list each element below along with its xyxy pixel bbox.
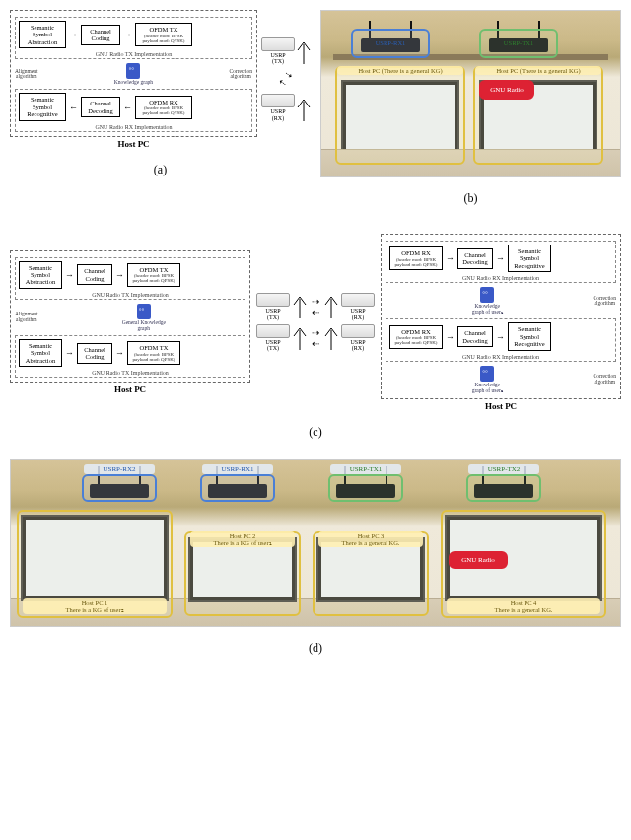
photo-d: USRP-RX2 USRP-RX1 USRP-TX1 USRP-TX2 Host… bbox=[10, 459, 621, 627]
arrow-icon bbox=[495, 253, 506, 263]
channel-coding-block: Channel Coding bbox=[77, 343, 112, 364]
host-pc-label: Host PC bbox=[10, 385, 250, 394]
usrp-device-icon bbox=[261, 37, 295, 51]
arrow-icon bbox=[68, 30, 79, 39]
usrp-rx2-overlay: USRP-RX2 bbox=[82, 474, 157, 502]
rx-impl-label: GNU Radio RX Implementation bbox=[386, 275, 615, 281]
arrow-icon bbox=[64, 348, 75, 358]
usrp-tx-label: USRP (TX) bbox=[265, 308, 280, 320]
arrow-icon bbox=[445, 332, 456, 342]
arrow-icon bbox=[445, 253, 456, 263]
ofdm-rx-block: OFDM RX(header mod: BPSK payload mod: QP… bbox=[389, 325, 443, 349]
channel-coding-block: Channel Coding bbox=[81, 25, 120, 45]
ofdm-tx-block: OFDM TX(header mod: BPSK payload mod: QP… bbox=[127, 263, 180, 287]
usrp-rx-label: USRP (RX) bbox=[350, 308, 365, 320]
rf-link-icon: ⇢⇠ bbox=[312, 327, 319, 349]
ofdm-rx-block: OFDM RX (header mod: BPSK payload mod: Q… bbox=[135, 96, 192, 119]
correction-note: Correction algorithm bbox=[593, 296, 616, 308]
channel-decoding-block: Channel Decoding bbox=[457, 326, 493, 347]
figure-b: USRP-RX1 USRP-TX1 Host PC (There is a ge… bbox=[320, 10, 621, 226]
usrp-tx2-overlay: USRP-TX2 bbox=[466, 474, 541, 502]
usrp-rx1-overlay: USRP-RX1 bbox=[200, 474, 275, 502]
host-pc-right: OFDM RX(header mod: BPSK payload mod: QP… bbox=[381, 234, 621, 399]
channel-decoding-block: Channel Decoding bbox=[457, 248, 493, 269]
usrp-rx-label: USRP (RX) bbox=[350, 339, 365, 352]
gnu-radio-overlay: GNU Radio bbox=[479, 80, 534, 100]
tx-impl-box: Semantic Symbol Abstraction Channel Codi… bbox=[15, 17, 252, 59]
semantic-abstraction-block: Semantic Symbol Abstraction bbox=[19, 261, 62, 289]
usrp-tx1-overlay: USRP-TX1 bbox=[328, 474, 403, 502]
usrp-tx-label: USRP (TX) bbox=[265, 339, 280, 352]
usrp-device-icon bbox=[256, 324, 290, 338]
antenna-icon bbox=[293, 326, 307, 350]
host-pc-label: Host PC bbox=[10, 139, 257, 149]
arrow-icon bbox=[68, 103, 79, 112]
arrow-icon bbox=[122, 30, 133, 39]
arrow-icon bbox=[122, 103, 133, 112]
semantic-recognitive-block: Semantic Symbol Recognitive bbox=[19, 93, 66, 120]
rx-impl-label: GNU Radio RX Implementation bbox=[16, 124, 251, 130]
usrp-rx-label: USRP (RX) bbox=[270, 108, 285, 121]
rf-link-icon: ⇢⇠ bbox=[277, 69, 295, 90]
host-pc2-overlay: Host PC 2 There is a KG of user₁ bbox=[184, 531, 301, 616]
semantic-abstraction-block: Semantic Symbol Abstraction bbox=[19, 339, 62, 367]
ofdm-tx-block: OFDM TX (header mod: BPSK payload mod: Q… bbox=[135, 23, 192, 46]
ofdm-rx-block: OFDM RX(header mod: BPSK payload mod: QP… bbox=[389, 246, 443, 270]
rx-impl-box: Semantic Symbol Recognitive Channel Deco… bbox=[15, 89, 252, 131]
host-pc1-overlay: Host PC 1 There is a KG of user₂ bbox=[17, 510, 173, 618]
figure-d: USRP-RX2 USRP-RX1 USRP-TX1 USRP-TX2 Host… bbox=[10, 459, 621, 656]
arrow-icon bbox=[64, 270, 75, 280]
figure-c: Semantic Symbol Abstraction Channel Codi… bbox=[10, 234, 621, 440]
caption-d: (d) bbox=[10, 641, 621, 656]
kg-user2-icon: Knowledge graph of user₂ bbox=[472, 366, 503, 393]
usrp-device-icon bbox=[341, 293, 375, 307]
figure-a: Semantic Symbol Abstraction Channel Codi… bbox=[10, 10, 311, 226]
correction-note: Correction algorithm bbox=[229, 69, 252, 81]
alignment-note: Alignment algorithm bbox=[15, 312, 38, 323]
tx-impl-label: GNU Radio TX Implementation bbox=[16, 370, 245, 376]
antenna-icon bbox=[297, 98, 311, 121]
tx-impl-label: GNU Radio TX Implementation bbox=[16, 51, 251, 57]
photo-b: USRP-RX1 USRP-TX1 Host PC (There is a ge… bbox=[320, 10, 621, 177]
antenna-icon bbox=[297, 40, 311, 64]
alignment-note: Alignment algorithm bbox=[15, 69, 38, 81]
arrow-icon bbox=[114, 348, 125, 358]
correction-note: Correction algorithm bbox=[593, 374, 616, 385]
knowledge-graph-icon: Knowledge graph bbox=[114, 63, 153, 85]
caption-a: (a) bbox=[10, 163, 311, 177]
host-pc-left-overlay: Host PC (There is a general KG) bbox=[335, 66, 465, 165]
antenna-icon bbox=[293, 295, 307, 318]
rf-link-icon: ⇢⇠ bbox=[312, 296, 319, 317]
antenna-icon bbox=[324, 295, 338, 318]
host-pc-box: Semantic Symbol Abstraction Channel Codi… bbox=[10, 10, 257, 137]
arrow-icon bbox=[114, 270, 125, 280]
arrow-icon bbox=[495, 332, 506, 342]
usrp-device-icon bbox=[341, 324, 375, 338]
rx-impl-label: GNU Radio RX Implementation bbox=[386, 354, 615, 360]
usrp-tx1-overlay: USRP-TX1 bbox=[479, 29, 558, 58]
channel-coding-block: Channel Coding bbox=[77, 264, 112, 285]
caption-b: (b) bbox=[320, 191, 621, 206]
caption-c: (c) bbox=[10, 425, 621, 440]
tx-impl-label: GNU Radio TX Implementation bbox=[16, 292, 245, 298]
gnu-radio-overlay: GNU Radio bbox=[449, 551, 508, 569]
usrp-device-icon bbox=[256, 293, 290, 307]
semantic-recognitive-block: Semantic Symbol Recognitive bbox=[508, 245, 551, 272]
usrp-device-icon bbox=[261, 94, 295, 107]
host-pc3-overlay: Host PC 3 There is a general KG. bbox=[313, 531, 429, 616]
usrp-rx1-overlay: USRP-RX1 bbox=[351, 29, 430, 58]
semantic-recognitive-block: Semantic Symbol Recognitive bbox=[508, 322, 551, 350]
channel-decoding-block: Channel Decoding bbox=[81, 97, 120, 117]
kg-user1-icon: Knowledge graph of user₁ bbox=[472, 287, 503, 315]
host-pc-left: Semantic Symbol Abstraction Channel Codi… bbox=[10, 250, 250, 384]
general-kg-icon: General Knowledge graph bbox=[122, 304, 166, 331]
host-pc-label: Host PC bbox=[381, 401, 621, 411]
ofdm-tx-block: OFDM TX(header mod: BPSK payload mod: QP… bbox=[127, 341, 180, 365]
antenna-icon bbox=[324, 326, 338, 350]
usrp-tx-label: USRP (TX) bbox=[270, 52, 285, 65]
semantic-abstraction-block: Semantic Symbol Abstraction bbox=[19, 21, 66, 48]
